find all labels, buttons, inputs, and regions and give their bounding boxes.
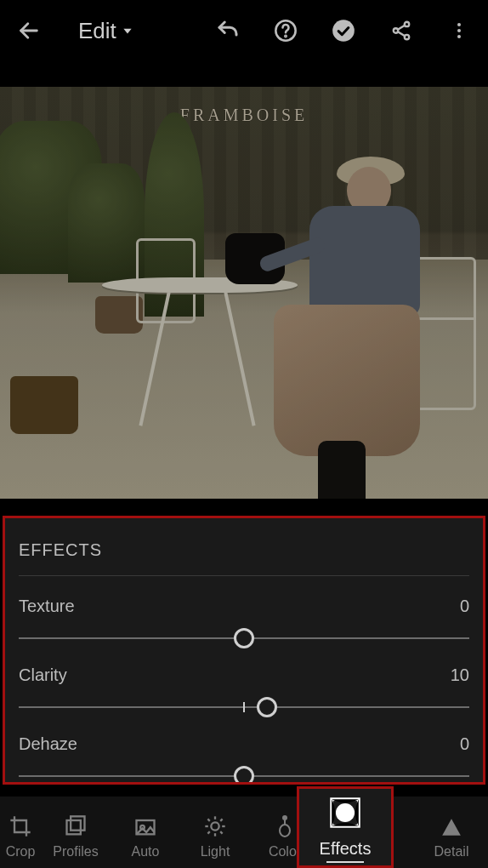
svg-point-12 [457,35,461,38]
slider-row-texture: Texture0 [19,585,469,654]
svg-point-26 [280,825,290,837]
tab-label: Effects [320,839,372,859]
light-icon [203,814,227,838]
svg-point-32 [336,802,355,821]
photo-decor [95,296,143,334]
photo-decor [0,121,102,274]
svg-rect-14 [71,816,84,830]
confirm-button[interactable] [330,17,357,44]
caret-down-icon [122,25,133,37]
photo-decor [102,277,298,293]
slider-thumb[interactable] [234,766,254,785]
effects-icon [329,797,361,829]
slider-track[interactable] [19,766,469,785]
tab-detail[interactable]: Detail [417,814,486,863]
svg-line-25 [220,819,222,820]
photo-decor [224,292,255,425]
svg-line-22 [207,819,209,820]
tab-label: Light [201,844,230,859]
tab-effects[interactable]: Effects [297,786,394,868]
tab-label: Crop [6,844,36,859]
tab-label: Profiles [53,844,98,859]
mode-title: Edit [78,18,116,44]
photo-preview[interactable]: FRAMBOISE [0,87,488,499]
help-icon [274,19,298,43]
slider-row-dehaze: Dehaze0 [19,722,469,785]
slider-track[interactable] [19,697,469,717]
divider [19,575,469,576]
slider-thumb[interactable] [257,697,277,717]
svg-point-17 [211,822,218,830]
profiles-icon [64,814,88,838]
svg-point-11 [457,29,461,32]
slider-label: Clarity [19,665,67,685]
svg-line-23 [220,831,222,833]
photo-decor [68,163,145,283]
back-arrow-icon [17,19,41,43]
undo-icon [215,18,241,43]
crop-icon [9,814,32,838]
slider-thumb[interactable] [234,628,254,648]
bottom-tab-bar: Crop Profiles Auto Light Color Detail Op… [0,797,488,868]
photo-decor [139,292,170,425]
tab-auto[interactable]: Auto [111,814,180,863]
slider-value: 0 [460,597,469,616]
overflow-button[interactable] [445,17,473,44]
tab-crop[interactable]: Crop [0,814,41,863]
svg-rect-13 [67,820,81,834]
svg-line-9 [398,31,405,36]
help-button[interactable] [272,17,299,44]
svg-line-8 [398,26,405,30]
slider-row-clarity: Clarity10 [19,654,469,722]
svg-marker-1 [123,29,131,34]
slider-value: 0 [460,734,469,754]
tab-label: Auto [132,844,160,859]
svg-point-4 [332,20,355,42]
tab-profiles[interactable]: Profiles [41,814,111,863]
slider-label: Dehaze [19,734,77,754]
photo-decor [145,112,204,317]
detail-icon [440,815,462,837]
tab-label: Detail [434,844,469,859]
auto-icon [133,814,157,838]
photo-decor [10,376,78,434]
check-circle-icon [332,19,355,43]
slider-value: 10 [451,665,469,685]
photo-decor [225,233,285,284]
photo-subject [284,155,428,495]
effects-panel: EFFECTS Texture0Clarity10Dehaze0 Vignett… [3,516,485,785]
svg-point-10 [457,23,461,26]
tab-underline [326,861,364,863]
slider-center-tick [243,702,245,712]
tab-light[interactable]: Light [180,814,250,863]
slider-label: Texture [19,597,75,616]
slider-track[interactable] [19,628,469,648]
photo-decor [136,238,196,323]
top-toolbar: Edit [0,0,488,61]
back-button[interactable] [15,17,43,44]
svg-point-3 [285,36,286,37]
undo-button[interactable] [214,17,241,44]
mode-dropdown[interactable]: Edit [78,18,133,44]
photo-decor [391,257,476,410]
photo-sign-text: FRAMBOISE [180,106,308,125]
svg-marker-28 [442,819,461,836]
color-icon [275,814,295,839]
more-vertical-icon [449,20,469,41]
share-button[interactable] [388,17,415,44]
svg-line-24 [207,831,209,833]
share-icon [390,20,412,42]
panel-title: EFFECTS [19,540,469,575]
